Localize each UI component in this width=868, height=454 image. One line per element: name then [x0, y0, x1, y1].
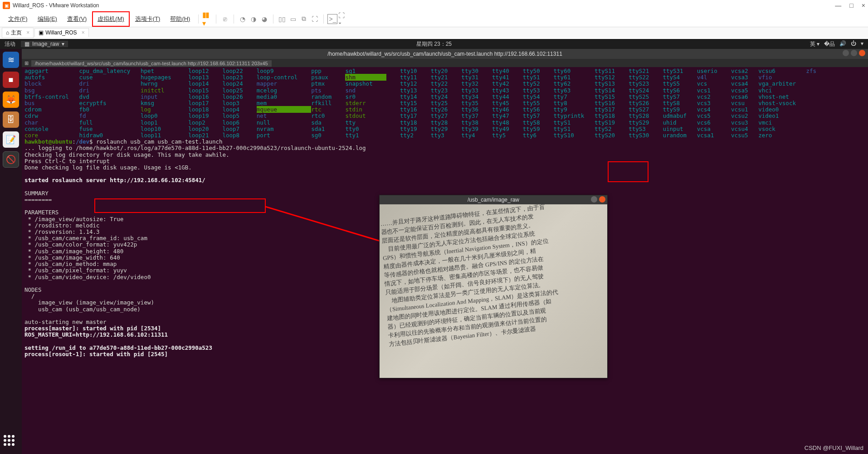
- chevron-down-icon: ▾: [62, 41, 64, 47]
- window-title: Willard_ROS - VMware Workstation: [13, 2, 99, 9]
- vmware-title-bar: ▣ Willard_ROS - VMware Workstation — □ ×: [0, 0, 868, 11]
- annotation-box-video: [608, 161, 649, 182]
- console-icon[interactable]: >_: [327, 14, 337, 24]
- layout-1-icon[interactable]: ▯▯: [277, 14, 287, 24]
- imgwin-close-icon[interactable]: [599, 196, 605, 203]
- revert-icon[interactable]: ◑: [249, 14, 258, 24]
- terminal-tab[interactable]: /home/hawkbot/willard_ws/src/usb_cam/lau…: [31, 60, 272, 67]
- menu-file[interactable]: 文件(F): [4, 12, 32, 26]
- layout-4-icon[interactable]: ⛶: [310, 14, 320, 24]
- home-icon: ⌂: [6, 29, 9, 36]
- terminal-tab-icon: ⊞: [24, 60, 29, 66]
- tab-vm[interactable]: ▣Willard_ROS×: [34, 28, 88, 37]
- guest-desktop: 活动 ▦ Image_raw ▾ 星期四 23：25 英 ▾ �品 🔊 ⏻ ▾ …: [0, 39, 868, 454]
- image-raw-window[interactable]: /usb_cam/image_raw ……并且对于路牙这种道路障碍物特征，在某些…: [379, 195, 608, 378]
- term-min-icon[interactable]: [843, 50, 849, 56]
- dock-show-apps-icon[interactable]: [4, 435, 18, 449]
- input-lang[interactable]: 英 ▾: [810, 40, 819, 48]
- fullscreen-icon[interactable]: ⛶ ▾: [338, 14, 348, 24]
- vmware-menu-bar: 文件(F) 编辑(E) 查看(V) 虚拟机(M) 选项卡(T) 帮助(H) ▮▮…: [0, 11, 868, 27]
- terminal-tab-bar: ⊞ /home/hawkbot/willard_ws/src/usb_cam/l…: [22, 59, 868, 68]
- vm-icon: ▣: [39, 29, 44, 36]
- menu-help[interactable]: 帮助(H): [166, 12, 195, 26]
- layout-3-icon[interactable]: ⧉: [299, 14, 309, 24]
- system-chevron-icon[interactable]: ▾: [861, 40, 863, 48]
- pause-vm-icon[interactable]: ▮▮ ▾: [202, 14, 212, 24]
- annotation-box-command: [94, 198, 266, 213]
- term-max-icon[interactable]: [851, 50, 857, 56]
- image-raw-camera-feed: ……并且对于路牙这种道路障碍物特征，在某些情况下，由于盲器也不一定能保证百分百检…: [380, 204, 607, 378]
- dock-app2-icon[interactable]: ■: [3, 72, 19, 88]
- minimize-button[interactable]: —: [835, 2, 841, 9]
- dock-firefox-icon[interactable]: 🦊: [3, 92, 19, 108]
- snapshot-icon[interactable]: ◔: [238, 14, 248, 24]
- menu-tabs[interactable]: 选项卡(T): [131, 12, 165, 26]
- menu-view[interactable]: 查看(V): [63, 12, 91, 26]
- vmware-logo-icon: ▣: [3, 2, 10, 9]
- dock-vscode-icon[interactable]: ≋: [3, 52, 19, 68]
- menu-vm[interactable]: 虚拟机(M): [92, 11, 130, 27]
- tab-home[interactable]: ⌂主页×: [2, 28, 34, 38]
- volume-icon[interactable]: 🔊: [839, 40, 846, 48]
- clock[interactable]: 星期四 23：25: [416, 40, 452, 48]
- gnome-dock: ≋ ■ 🦊 🗄 📝 🚫: [0, 49, 22, 454]
- imgwin-min-icon[interactable]: [591, 196, 597, 203]
- app-icon: ▦: [24, 41, 29, 47]
- dock-texteditor-icon[interactable]: 📝: [3, 131, 19, 148]
- terminal-title-bar[interactable]: /home/hawkbot/willard_ws/src/usb_cam/lau…: [22, 49, 868, 59]
- network-icon[interactable]: �品: [824, 40, 835, 48]
- close-button[interactable]: ×: [862, 2, 865, 9]
- manage-snapshot-icon[interactable]: ◕: [259, 14, 269, 24]
- send-ctrl-alt-del-icon[interactable]: ⎚: [220, 14, 230, 24]
- dock-noentry-icon[interactable]: 🚫: [3, 151, 19, 168]
- maximize-button[interactable]: □: [849, 2, 853, 9]
- app-menu[interactable]: ▦ Image_raw ▾: [21, 41, 68, 47]
- term-close-icon[interactable]: [859, 50, 865, 56]
- image-raw-title-bar[interactable]: /usb_cam/image_raw: [380, 195, 607, 204]
- power-icon[interactable]: ⏻: [851, 40, 856, 48]
- close-tab-icon[interactable]: ×: [26, 29, 29, 36]
- gnome-top-bar: 活动 ▦ Image_raw ▾ 星期四 23：25 英 ▾ �品 🔊 ⏻ ▾: [0, 39, 868, 49]
- dock-files-icon[interactable]: 🗄: [3, 111, 19, 128]
- camera-feed-text: ……并且对于路牙这种道路障碍物特征，在某些情况下，由于盲器也不一定能保证百分百检…: [380, 204, 607, 348]
- close-tab-icon[interactable]: ×: [82, 29, 85, 36]
- menu-edit[interactable]: 编辑(E): [33, 12, 62, 26]
- watermark: CSDN @FUXI_Willard: [805, 444, 863, 451]
- vm-tab-strip: ⌂主页× ▣Willard_ROS×: [0, 27, 868, 38]
- activities-button[interactable]: 活动: [5, 40, 15, 48]
- layout-2-icon[interactable]: ▭: [288, 14, 298, 24]
- window-controls: — □ ×: [835, 2, 865, 9]
